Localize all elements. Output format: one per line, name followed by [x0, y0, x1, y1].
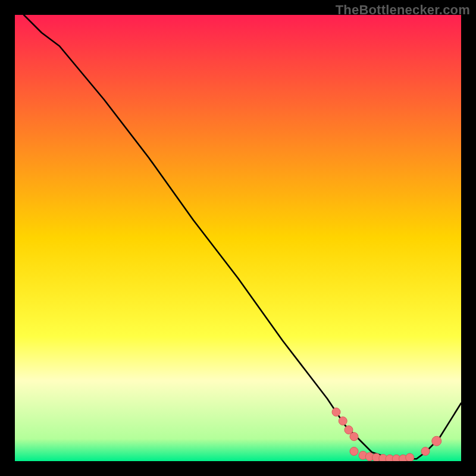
chart-root: TheBottlenecker.com [0, 0, 476, 476]
data-marker [432, 436, 441, 446]
data-marker [421, 447, 430, 456]
data-marker [332, 408, 340, 416]
data-marker [406, 453, 414, 461]
data-marker [345, 426, 353, 434]
watermark-text: TheBottlenecker.com [336, 2, 470, 18]
data-marker [339, 417, 347, 425]
data-marker [350, 433, 358, 441]
chart-svg [15, 15, 461, 461]
chart-background [15, 15, 461, 461]
data-marker [350, 447, 358, 456]
